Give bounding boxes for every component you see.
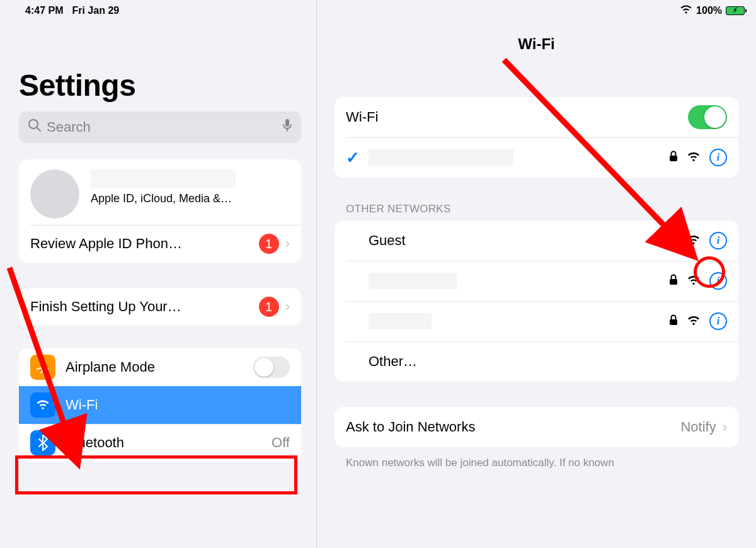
apple-id-subtitle: Apple ID, iCloud, Media &… [91, 192, 236, 205]
wifi-label: Wi-Fi [66, 397, 98, 413]
settings-sidebar: Settings Search Apple ID, iCloud, Media … [0, 18, 316, 548]
checkmark-icon: ✓ [346, 148, 364, 168]
finish-setup-row[interactable]: Finish Setting Up Your… 1 › [19, 288, 301, 326]
svg-rect-6 [670, 319, 677, 325]
svg-rect-4 [670, 239, 677, 244]
chevron-right-icon: › [285, 236, 290, 252]
battery-icon: ⚡︎ [726, 6, 745, 15]
svg-line-1 [37, 128, 40, 131]
wifi-status-icon [680, 5, 692, 17]
lock-icon [669, 314, 678, 329]
info-button[interactable]: i [709, 232, 727, 249]
search-icon [28, 118, 42, 136]
ask-footer-text: Known networks will be joined automatica… [335, 450, 738, 470]
battery-percent: 100% [696, 5, 722, 16]
wifi-toggle-row[interactable]: Wi-Fi [335, 97, 738, 137]
status-bar: 4:47 PM Fri Jan 29 100% ⚡︎ [0, 0, 756, 18]
network-other-row[interactable]: Other… [335, 341, 738, 382]
network-redacted-row-2[interactable]: i [335, 301, 738, 341]
signal-icon [687, 232, 701, 249]
signal-icon [687, 273, 701, 289]
ask-value: Notify [680, 419, 716, 435]
airplane-mode-row[interactable]: Airplane Mode [19, 348, 301, 386]
lock-icon [669, 234, 678, 248]
redacted-ssid [369, 149, 513, 166]
review-apple-id-row[interactable]: Review Apple ID Phon… 1 › [19, 225, 301, 263]
wifi-detail-pane: Wi-Fi Wi-Fi ✓ i OTHER NETWORKS Guest [317, 18, 756, 548]
redacted-name [91, 169, 236, 188]
ask-label: Ask to Join Networks [346, 419, 475, 435]
review-badge: 1 [259, 234, 279, 254]
svg-rect-2 [285, 119, 289, 127]
airplane-toggle[interactable] [253, 357, 290, 378]
chevron-right-icon: › [285, 299, 290, 315]
wifi-icon [30, 392, 55, 418]
page-title: Settings [19, 68, 301, 103]
lock-icon [669, 151, 678, 165]
connected-network-row[interactable]: ✓ i [335, 137, 738, 178]
other-networks-header: OTHER NETWORKS [335, 203, 738, 220]
info-button[interactable]: i [709, 272, 727, 290]
finish-badge: 1 [259, 297, 279, 317]
svg-rect-5 [670, 279, 677, 285]
status-time: 4:47 PM [25, 5, 63, 16]
lock-icon [669, 274, 678, 288]
bluetooth-label: Bluetooth [66, 435, 124, 451]
bluetooth-row[interactable]: Bluetooth Off [19, 424, 301, 462]
bluetooth-icon [30, 430, 55, 455]
detail-title: Wi-Fi [335, 35, 738, 53]
network-redacted-row-1[interactable]: i [335, 261, 738, 301]
dictate-icon[interactable] [282, 118, 292, 136]
search-input[interactable]: Search [19, 111, 301, 143]
wifi-toggle[interactable] [688, 105, 727, 129]
avatar [30, 169, 79, 219]
network-other-label: Other… [369, 353, 417, 370]
info-button[interactable]: i [709, 149, 727, 166]
bluetooth-value: Off [272, 435, 290, 451]
svg-point-0 [29, 120, 38, 128]
signal-icon [687, 313, 701, 329]
svg-rect-3 [670, 156, 677, 161]
wifi-toggle-label: Wi-Fi [346, 109, 378, 125]
search-placeholder: Search [47, 119, 91, 135]
network-name: Guest [369, 232, 406, 249]
redacted-ssid [369, 313, 432, 329]
wifi-row[interactable]: Wi-Fi [19, 386, 301, 424]
finish-label: Finish Setting Up Your… [30, 299, 181, 315]
airplane-label: Airplane Mode [66, 359, 155, 375]
status-date: Fri Jan 29 [72, 5, 119, 16]
ask-to-join-row[interactable]: Ask to Join Networks Notify › [335, 407, 738, 447]
signal-icon [687, 149, 701, 166]
chevron-right-icon: › [723, 419, 727, 435]
apple-id-row[interactable]: Apple ID, iCloud, Media &… [19, 159, 301, 225]
info-button[interactable]: i [709, 312, 727, 330]
airplane-icon [30, 355, 55, 380]
redacted-ssid [369, 273, 457, 289]
review-label: Review Apple ID Phon… [30, 236, 182, 252]
network-guest-row[interactable]: Guest i [335, 220, 738, 261]
